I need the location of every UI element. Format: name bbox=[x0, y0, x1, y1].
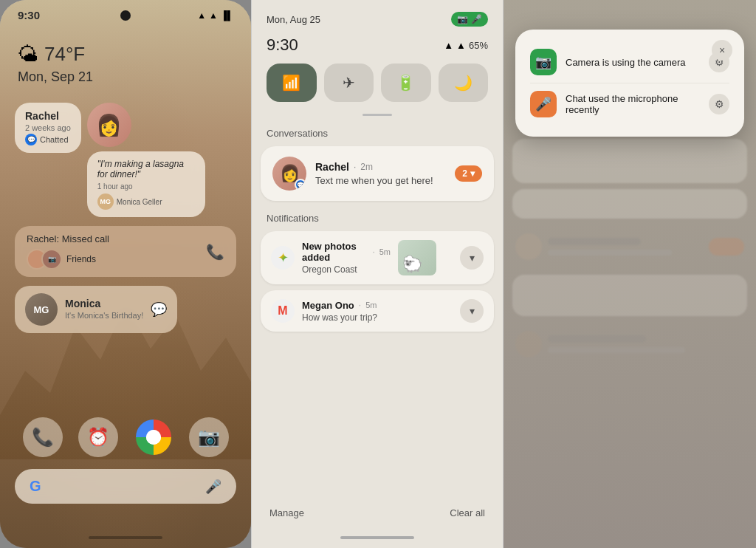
missed-call-section: Rachel: Missed call 📷 Friends 📞 bbox=[15, 226, 236, 277]
dark-mode-toggle[interactable]: 🌙 bbox=[439, 64, 489, 102]
message-app-badge: 💬 bbox=[295, 179, 306, 191]
camera-permission-item: 📷 Camera is using the camera ⚙ bbox=[530, 41, 729, 83]
rachel-chat-widget: Rachel 2 weeks ago 💬 Chatted 👩 "I'm maki… bbox=[15, 103, 236, 217]
photos-notif-info: New photos added · 5m Oregon Coast bbox=[302, 241, 391, 275]
battery-saver-icon: 🔋 bbox=[396, 74, 415, 92]
airplane-quick-toggle[interactable]: ✈ bbox=[324, 64, 374, 102]
close-icon: × bbox=[719, 44, 725, 56]
monica-avatar-small: MG bbox=[97, 193, 114, 210]
rachel-chat-card[interactable]: Rachel 2 weeks ago 💬 Chatted bbox=[15, 103, 81, 153]
dock-icons-row: 📞 ⏰ 📷 bbox=[15, 417, 236, 457]
monica-widget-name: Monica bbox=[65, 298, 143, 309]
phone-app-icon[interactable]: 📞 bbox=[23, 417, 63, 457]
wifi-icon: ▲ bbox=[209, 10, 218, 21]
weather-date: Mon, Sep 21 bbox=[18, 69, 233, 85]
manage-button[interactable]: Manage bbox=[269, 507, 304, 518]
behind-card-2 bbox=[512, 275, 747, 316]
monica-sender-row: MG Monica Geller bbox=[97, 193, 195, 210]
quote-timestamp: 1 hour ago bbox=[97, 182, 133, 191]
photos-expand-btn[interactable]: ▾ bbox=[460, 246, 484, 270]
megan-notification-card[interactable]: M Megan Ono · 5m How was your trip? ▾ bbox=[261, 290, 494, 332]
photos-notif-body: Oregon Coast bbox=[302, 264, 391, 275]
signal-status-icon: ▲ bbox=[456, 40, 466, 51]
behind-avatar-1 bbox=[515, 233, 542, 260]
google-search-bar[interactable]: G 🎤 bbox=[15, 469, 236, 504]
notif-bottom-actions: Manage Clear all bbox=[252, 496, 503, 530]
monica-widget-sub: It's Monica's Birthday! bbox=[65, 311, 143, 320]
clock-icon-glyph: ⏰ bbox=[87, 427, 109, 448]
monica-widget-content: Monica It's Monica's Birthday! bbox=[65, 298, 143, 321]
missed-call-widget[interactable]: Rachel: Missed call 📷 Friends 📞 bbox=[15, 226, 236, 277]
missed-call-content: Rachel: Missed call 📷 Friends bbox=[27, 233, 109, 270]
battery-saver-toggle[interactable]: 🔋 bbox=[381, 64, 431, 102]
airplane-quick-icon: ✈ bbox=[343, 74, 355, 92]
megan-notif-body: How was your trip? bbox=[302, 312, 453, 323]
weather-temperature: 74°F bbox=[44, 43, 85, 66]
gmail-icon-glyph: M bbox=[278, 304, 287, 318]
monica-sender-name: Monica Geller bbox=[117, 198, 162, 206]
clear-all-button[interactable]: Clear all bbox=[450, 507, 485, 518]
megan-notif-name: Megan Ono bbox=[302, 300, 354, 311]
wifi-status-icon: ▲ bbox=[444, 40, 453, 51]
app-dock: 📞 ⏰ 📷 G 🎤 bbox=[0, 417, 251, 504]
notifications-label: Notifications bbox=[252, 213, 503, 231]
megan-notif-top: M Megan Ono · 5m How was your trip? ▾ bbox=[271, 299, 484, 323]
notif-status-bar: Mon, Aug 25 📷 🎤 bbox=[252, 0, 503, 32]
home-nav-indicator bbox=[89, 536, 162, 539]
rachel-conv-name: Rachel bbox=[315, 161, 349, 173]
expand-chevron: ▾ bbox=[470, 168, 475, 179]
friends-section: 📷 Friends bbox=[27, 249, 109, 270]
quote-card[interactable]: "I'm making a lasagna for dinner!" 1 hou… bbox=[87, 151, 205, 217]
notif-time: 9:30 bbox=[267, 35, 298, 55]
rachel-conv-timestamp: 2m bbox=[360, 162, 373, 172]
dialog-close-button[interactable]: × bbox=[712, 40, 732, 61]
microphone-icon: 🎤 bbox=[205, 479, 221, 495]
conversations-label: Conversations bbox=[252, 128, 503, 146]
behind-text-2 bbox=[548, 335, 744, 353]
megan-notif-info: Megan Ono · 5m How was your trip? bbox=[302, 300, 453, 323]
wifi-quick-toggle[interactable]: 📶 bbox=[267, 64, 317, 102]
wifi-quick-icon: 📶 bbox=[282, 74, 300, 92]
rachel-conversation-card[interactable]: 👩 💬 Rachel · 2m Text me when you get her… bbox=[261, 146, 494, 201]
notif-status-icons: 📷 🎤 bbox=[451, 12, 488, 27]
rachel-time: 2 weeks ago bbox=[25, 123, 71, 132]
photos-notif-time: 5m bbox=[379, 247, 391, 256]
home-time: 9:30 bbox=[18, 9, 40, 21]
clock-app-icon[interactable]: ⏰ bbox=[78, 417, 118, 457]
quick-settings-row: 📶 ✈ 🔋 🌙 bbox=[252, 64, 503, 114]
status-icons: ▲ ▲ ▐▌ bbox=[197, 10, 233, 21]
chat-settings-gear[interactable]: ⚙ bbox=[709, 94, 729, 114]
chrome-icon-graphic bbox=[136, 419, 171, 455]
notification-shade: Mon, Aug 25 📷 🎤 9:30 ▲ ▲ 65% 📶 ✈ 🔋 🌙 bbox=[251, 0, 504, 548]
quote-text: "I'm making a lasagna for dinner!" bbox=[97, 159, 195, 179]
rachel-expand-badge[interactable]: 2 ▾ bbox=[455, 165, 482, 182]
photos-notification-card[interactable]: ✦ New photos added · 5m Oregon Coast ▾ bbox=[261, 231, 494, 284]
megan-title-row: Megan Ono · 5m bbox=[302, 300, 453, 311]
rachel-badge-row: 💬 Chatted bbox=[25, 134, 71, 145]
missed-call-text: Rachel: Missed call bbox=[27, 233, 109, 244]
camera-active-icon: 📷 bbox=[457, 14, 468, 24]
megan-dot: · bbox=[359, 300, 361, 310]
photos-icon-glyph: ✦ bbox=[278, 250, 289, 266]
battery-icon: ▐▌ bbox=[221, 10, 233, 21]
chat-perm-icon: 🎤 bbox=[530, 91, 557, 117]
megan-expand-btn[interactable]: ▾ bbox=[460, 299, 484, 323]
friends-label: Friends bbox=[66, 254, 96, 264]
camera-perm-glyph: 📷 bbox=[535, 54, 551, 70]
messenger-icon: 💬 bbox=[151, 301, 167, 318]
friend-avatar-2: 📷 bbox=[41, 249, 62, 270]
home-status-bar: 9:30 ▲ ▲ ▐▌ bbox=[0, 0, 251, 27]
behind-content bbox=[504, 133, 756, 548]
photos-notif-top: ✦ New photos added · 5m Oregon Coast ▾ bbox=[271, 240, 484, 275]
spacer bbox=[252, 338, 503, 496]
mic-active-icon: 🎤 bbox=[471, 14, 482, 24]
weather-icon: 🌤 bbox=[18, 42, 38, 66]
rachel-chatted: Chatted bbox=[40, 135, 69, 144]
battery-row: ▲ ▲ 65% bbox=[444, 40, 488, 51]
badge-count: 2 bbox=[462, 168, 467, 179]
monica-widget[interactable]: MG Monica It's Monica's Birthday! 💬 bbox=[15, 286, 177, 333]
camera-app-icon[interactable]: 📷 bbox=[189, 417, 229, 457]
notif-time-row: 9:30 ▲ ▲ 65% bbox=[252, 32, 503, 64]
behind-badge bbox=[709, 238, 744, 256]
chrome-app-icon[interactable] bbox=[134, 417, 173, 457]
